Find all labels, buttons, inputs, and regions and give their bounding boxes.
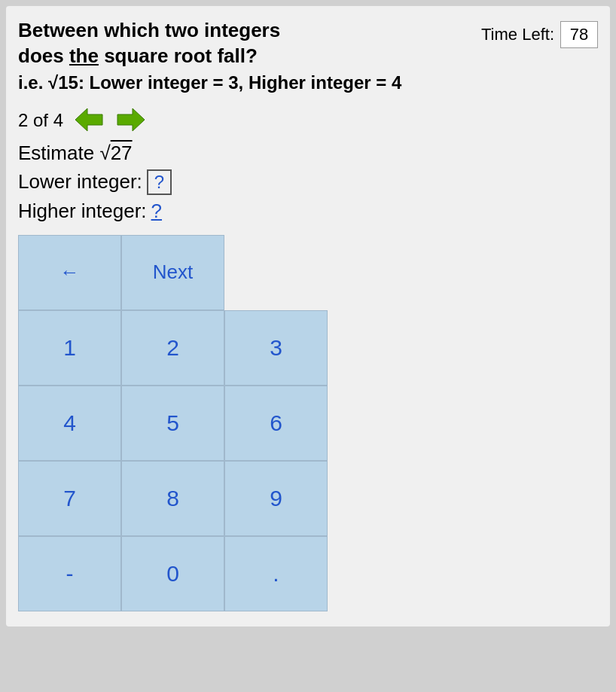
time-value: 78 <box>560 21 598 48</box>
key-3[interactable]: 3 <box>224 310 328 386</box>
key-4[interactable]: 4 <box>18 386 121 461</box>
question-block: Between which two integers does the squa… <box>18 18 401 93</box>
lower-integer-line: Lower integer: ? <box>18 169 598 195</box>
keypad-row-2: 4 5 6 <box>18 386 328 461</box>
left-arrow-icon <box>72 105 105 134</box>
key-8[interactable]: 8 <box>121 461 224 536</box>
next-arrow-button[interactable] <box>114 105 148 136</box>
time-label: Time Left: <box>481 25 554 44</box>
lower-answer-box[interactable]: ? <box>147 169 172 195</box>
key-minus[interactable]: - <box>18 536 121 611</box>
sqrt-number: 27 <box>111 142 133 164</box>
progress-text: 2 of 4 <box>18 110 63 131</box>
key-0[interactable]: 0 <box>121 536 224 611</box>
keypad-row-3: 7 8 9 <box>18 461 328 536</box>
higher-answer-link[interactable]: ? <box>151 200 162 223</box>
prev-arrow-button[interactable] <box>72 105 105 136</box>
higher-integer-line: Higher integer: ? <box>18 200 598 223</box>
header-top: Between which two integers does the squa… <box>18 18 598 93</box>
main-container: Between which two integers does the squa… <box>6 6 610 626</box>
question-title: Between which two integers does the squa… <box>18 18 401 69</box>
key-9[interactable]: 9 <box>224 461 328 536</box>
back-button[interactable]: ← <box>18 235 121 310</box>
keypad-row-4: - 0 . <box>18 536 328 611</box>
keypad-row-nav: ← Next <box>18 235 328 310</box>
time-container: Time Left: 78 <box>481 21 598 48</box>
next-button[interactable]: Next <box>121 235 224 310</box>
key-7[interactable]: 7 <box>18 461 121 536</box>
key-5[interactable]: 5 <box>121 386 224 461</box>
keypad-row-1: 1 2 3 <box>18 310 328 386</box>
header: Between which two integers does the squa… <box>18 18 598 93</box>
higher-label: Higher integer: <box>18 200 147 223</box>
the-word: the <box>69 44 99 67</box>
estimate-line: Estimate √27 <box>18 142 598 165</box>
key-6[interactable]: 6 <box>224 386 328 461</box>
keypad-table: ← Next 1 2 3 4 5 6 7 8 9 - 0 . <box>18 235 328 611</box>
nav-row: 2 of 4 <box>18 105 598 136</box>
sqrt-expression: √27 <box>99 142 132 164</box>
lower-label: Lower integer: <box>18 170 142 194</box>
key-2[interactable]: 2 <box>121 310 224 386</box>
right-arrow-icon <box>114 105 148 134</box>
example-line: i.e. √15: Lower integer = 3, Higher inte… <box>18 72 401 93</box>
key-dot[interactable]: . <box>224 536 328 611</box>
keypad-container: ← Next 1 2 3 4 5 6 7 8 9 - 0 . <box>18 235 328 611</box>
key-1[interactable]: 1 <box>18 310 121 386</box>
svg-marker-1 <box>117 108 145 131</box>
svg-marker-0 <box>75 108 102 131</box>
